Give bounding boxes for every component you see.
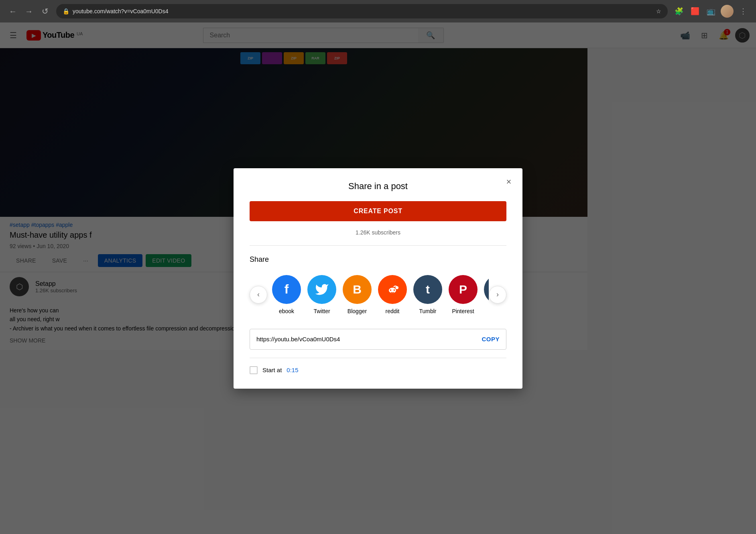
modal-title: Share in a post	[250, 181, 506, 192]
svg-point-3	[394, 289, 395, 291]
svg-point-4	[396, 286, 399, 289]
share-divider	[250, 245, 506, 246]
address-text: youtube.com/watch?v=vCoa0mU0Ds4	[73, 8, 653, 14]
facebook-icon: f	[272, 275, 301, 304]
start-at-time[interactable]: 0:15	[287, 367, 298, 373]
browser-actions: 🧩 🟥 📺 ⋮	[673, 5, 750, 18]
start-at-row: Start at 0:15	[250, 366, 506, 374]
vkontakte-icon: ВК	[484, 275, 489, 304]
platform-item-tumblr[interactable]: t Tumblr	[412, 275, 444, 314]
svg-point-2	[390, 289, 392, 291]
scroll-right-button[interactable]: ›	[489, 286, 506, 304]
browser-nav-buttons: ← → ↺	[6, 5, 51, 18]
platform-item-facebook[interactable]: f ebook	[270, 275, 303, 314]
youtube-app: ☰ ▶ YouTube UA 🔍 📹 ⊞ 🔔 1 ⬡	[0, 22, 756, 534]
menu-button[interactable]: ⋮	[737, 5, 750, 18]
reddit-icon	[378, 275, 407, 304]
platform-item-twitter[interactable]: Twitter	[306, 275, 338, 314]
twitter-label: Twitter	[313, 308, 330, 314]
blogger-icon: B	[343, 275, 372, 304]
blogger-label: Blogger	[348, 308, 367, 314]
address-bar[interactable]: 🔒 youtube.com/watch?v=vCoa0mU0Ds4 ☆	[56, 4, 668, 18]
subscribers-text: 1.26K subscribers	[250, 229, 506, 236]
share-url-input[interactable]	[256, 336, 478, 342]
forward-button[interactable]: →	[22, 5, 35, 18]
lock-icon: 🔒	[63, 8, 69, 14]
share-label: Share	[250, 255, 506, 264]
platform-item-pinterest[interactable]: P Pinterest	[447, 275, 479, 314]
scroll-left-button[interactable]: ‹	[250, 286, 267, 304]
refresh-button[interactable]: ↺	[39, 5, 51, 18]
star-icon[interactable]: ☆	[656, 8, 661, 14]
tumblr-icon: t	[413, 275, 442, 304]
url-divider	[250, 358, 506, 358]
facebook-label: ebook	[279, 308, 294, 314]
modal-close-button[interactable]: ×	[502, 175, 516, 189]
browser-chrome: ← → ↺ 🔒 youtube.com/watch?v=vCoa0mU0Ds4 …	[0, 0, 756, 22]
browser-profile-avatar[interactable]	[721, 5, 734, 18]
start-at-label: Start at	[262, 367, 282, 373]
modal-backdrop[interactable]: × Share in a post CREATE POST 1.26K subs…	[0, 22, 756, 534]
pinterest-label: Pinterest	[452, 308, 474, 314]
url-share-row: COPY	[250, 329, 506, 350]
platform-list: f ebook Twitter B	[267, 272, 489, 318]
cast-button[interactable]: 📺	[705, 5, 717, 18]
extension-1-button[interactable]: 🧩	[673, 5, 685, 18]
platform-item-vkontakte[interactable]: ВК ВКон	[482, 275, 489, 314]
copy-button[interactable]: COPY	[482, 336, 500, 342]
share-platforms: ‹ f ebook Twitter	[250, 272, 506, 318]
start-at-checkbox[interactable]	[250, 366, 258, 374]
extension-2-button[interactable]: 🟥	[689, 5, 701, 18]
tumblr-label: Tumblr	[419, 308, 436, 314]
share-modal: × Share in a post CREATE POST 1.26K subs…	[234, 168, 522, 389]
platform-item-blogger[interactable]: B Blogger	[341, 275, 373, 314]
svg-point-1	[389, 287, 396, 293]
back-button[interactable]: ←	[6, 5, 19, 18]
pinterest-icon: P	[449, 275, 478, 304]
create-post-button[interactable]: CREATE POST	[250, 201, 506, 221]
twitter-icon	[307, 275, 336, 304]
platform-item-reddit[interactable]: reddit	[376, 275, 408, 314]
reddit-label: reddit	[385, 308, 399, 314]
